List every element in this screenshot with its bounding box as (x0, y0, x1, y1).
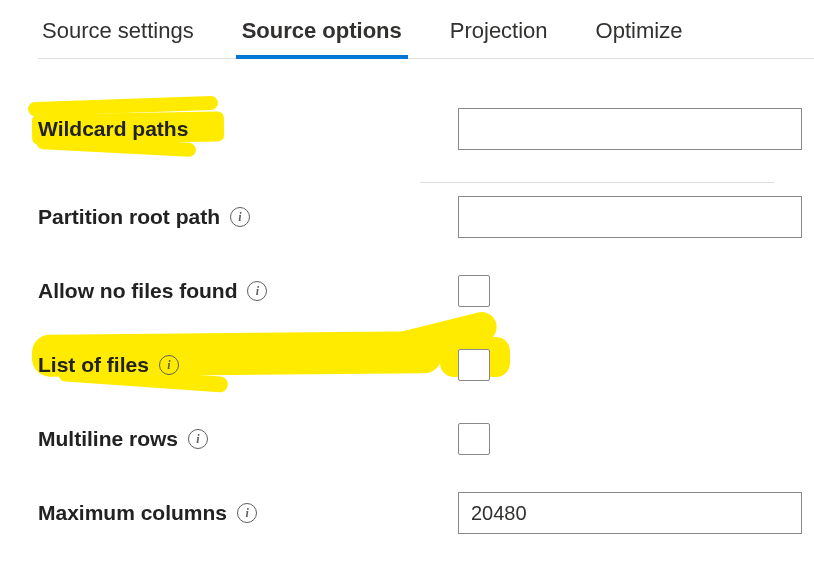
maximum-columns-input[interactable] (458, 492, 802, 534)
info-icon[interactable]: i (247, 281, 267, 301)
list-of-files-label: List of files (38, 353, 149, 377)
info-icon[interactable]: i (230, 207, 250, 227)
row-partition-root-path: Partition root path i (38, 193, 814, 241)
tab-optimize[interactable]: Optimize (594, 12, 685, 58)
wildcard-paths-input[interactable] (458, 108, 802, 150)
multiline-rows-checkbox[interactable] (458, 423, 490, 455)
partition-root-path-label: Partition root path (38, 205, 220, 229)
row-wildcard-paths: Wildcard paths (38, 105, 814, 153)
row-maximum-columns: Maximum columns i (38, 489, 814, 537)
tab-projection[interactable]: Projection (448, 12, 550, 58)
info-icon[interactable]: i (159, 355, 179, 375)
row-allow-no-files-found: Allow no files found i (38, 267, 814, 315)
tab-source-settings[interactable]: Source settings (40, 12, 196, 58)
maximum-columns-label: Maximum columns (38, 501, 227, 525)
divider (420, 182, 774, 183)
allow-no-files-label: Allow no files found (38, 279, 237, 303)
info-icon[interactable]: i (237, 503, 257, 523)
allow-no-files-checkbox[interactable] (458, 275, 490, 307)
tab-bar: Source settings Source options Projectio… (38, 12, 814, 59)
row-list-of-files: List of files i (38, 341, 814, 389)
row-multiline-rows: Multiline rows i (38, 415, 814, 463)
multiline-rows-label: Multiline rows (38, 427, 178, 451)
list-of-files-checkbox[interactable] (458, 349, 490, 381)
tab-source-options[interactable]: Source options (240, 12, 404, 58)
info-icon[interactable]: i (188, 429, 208, 449)
wildcard-paths-label: Wildcard paths (38, 117, 188, 141)
partition-root-path-input[interactable] (458, 196, 802, 238)
